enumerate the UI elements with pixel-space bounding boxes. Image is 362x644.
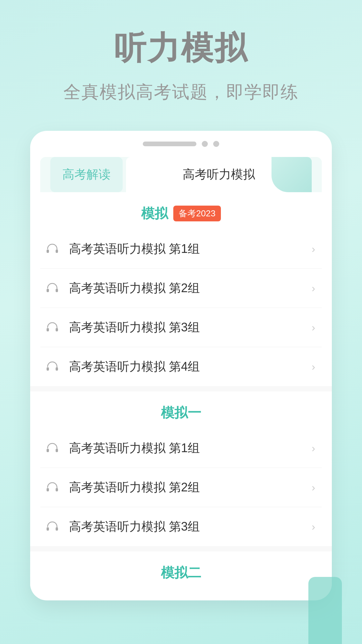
tab-decoration — [272, 157, 312, 192]
page-container: 听力模拟 全真模拟高考试题，即学即练 高考解读 高考听力模拟 模拟 备考20 — [0, 0, 362, 600]
svg-rect-2 — [47, 289, 49, 292]
item-text: 高考英语听力模拟 第1组 — [69, 241, 308, 257]
headphone-icon — [44, 279, 61, 297]
svg-rect-7 — [56, 367, 58, 371]
list-item[interactable]: 高考英语听力模拟 第2组 › — [40, 269, 322, 308]
section-moni-list: 高考英语听力模拟 第1组 › 高考英语听力模拟 第2组 › — [40, 229, 322, 386]
phone-pill — [143, 142, 196, 146]
section-divider — [30, 386, 332, 391]
headphone-icon — [44, 358, 61, 375]
item-text: 高考英语听力模拟 第2组 — [69, 280, 308, 297]
list-item[interactable]: 高考英语听力模拟 第2组 › — [40, 468, 322, 507]
section-moni-badge: 备考2023 — [173, 206, 221, 221]
headphone-icon — [44, 479, 61, 496]
section-moni2-title: 模拟二 — [161, 564, 201, 582]
page-subtitle: 全真模拟高考试题，即学即练 — [0, 80, 362, 104]
svg-rect-9 — [56, 449, 58, 452]
section-divider-2 — [30, 546, 332, 551]
svg-rect-5 — [56, 328, 58, 331]
section-moni2-header: 模拟二 — [40, 551, 322, 589]
svg-rect-10 — [47, 488, 49, 491]
svg-rect-3 — [56, 289, 58, 292]
item-text: 高考英语听力模拟 第4组 — [69, 359, 308, 375]
phone-mockup: 高考解读 高考听力模拟 模拟 备考2023 — [30, 131, 332, 600]
teal-decoration — [308, 577, 342, 644]
tab-bar: 高考解读 高考听力模拟 — [40, 157, 322, 192]
svg-rect-6 — [47, 367, 49, 371]
chevron-right-icon: › — [308, 362, 318, 372]
chevron-right-icon: › — [308, 322, 318, 332]
headphone-icon — [44, 319, 61, 336]
section-moni1-list: 高考英语听力模拟 第1组 › 高考英语听力模拟 第2组 › — [40, 429, 322, 546]
phone-dot-1 — [202, 141, 208, 147]
list-item[interactable]: 高考英语听力模拟 第3组 › — [40, 308, 322, 347]
item-text: 高考英语听力模拟 第1组 — [69, 440, 308, 457]
svg-rect-8 — [47, 449, 49, 452]
item-text: 高考英语听力模拟 第3组 — [69, 319, 308, 336]
list-item[interactable]: 高考英语听力模拟 第4组 › — [40, 347, 322, 386]
content-area: 模拟 备考2023 高考英语听力模拟 第1组 › — [30, 192, 332, 589]
chevron-right-icon: › — [308, 283, 318, 293]
chevron-right-icon: › — [308, 482, 318, 492]
item-text: 高考英语听力模拟 第2组 — [69, 479, 308, 496]
headphone-icon — [44, 240, 61, 258]
section-moni-title: 模拟 — [141, 204, 168, 223]
section-moni1-title: 模拟一 — [161, 404, 201, 422]
svg-rect-11 — [56, 488, 58, 491]
section-moni-header: 模拟 备考2023 — [40, 192, 322, 229]
headphone-icon — [44, 439, 61, 457]
tab-gaokao-jiedu[interactable]: 高考解读 — [50, 157, 123, 192]
svg-rect-12 — [47, 527, 49, 531]
page-header: 听力模拟 全真模拟高考试题，即学即练 — [0, 0, 362, 117]
list-item[interactable]: 高考英语听力模拟 第1组 › — [40, 229, 322, 269]
svg-rect-1 — [56, 250, 58, 253]
page-title: 听力模拟 — [0, 27, 362, 70]
phone-dot-2 — [213, 141, 219, 147]
list-item[interactable]: 高考英语听力模拟 第3组 › — [40, 507, 322, 546]
chevron-right-icon: › — [308, 244, 318, 254]
svg-rect-13 — [56, 527, 58, 531]
chevron-right-icon: › — [308, 522, 318, 532]
tab-gaokao-tingli[interactable]: 高考听力模拟 — [126, 157, 312, 192]
section-moni1-header: 模拟一 — [40, 391, 322, 429]
phone-top-bar — [30, 141, 332, 154]
chevron-right-icon: › — [308, 443, 318, 453]
item-text: 高考英语听力模拟 第3组 — [69, 519, 308, 535]
headphone-icon — [44, 518, 61, 535]
svg-rect-0 — [47, 250, 49, 253]
list-item[interactable]: 高考英语听力模拟 第1组 › — [40, 429, 322, 468]
svg-rect-4 — [47, 328, 49, 331]
